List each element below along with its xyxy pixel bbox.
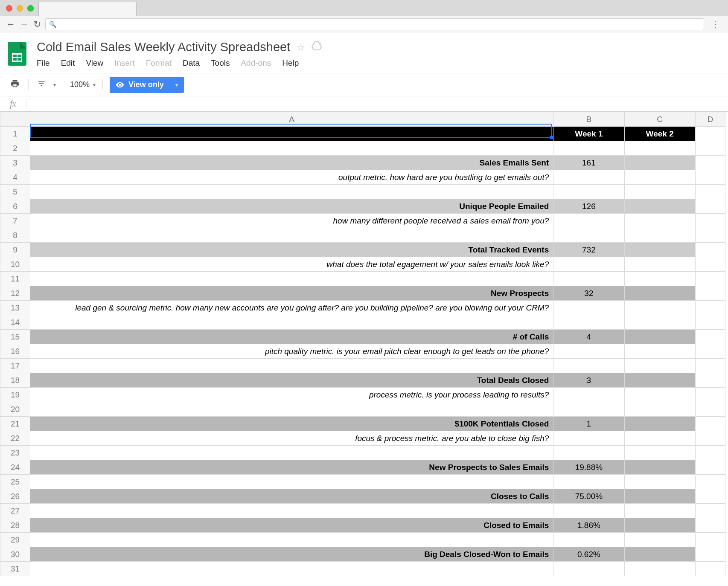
cell[interactable]: [695, 185, 725, 199]
cell[interactable]: [553, 402, 624, 417]
cell[interactable]: [695, 330, 725, 344]
cell[interactable]: [553, 446, 624, 460]
cell-b18[interactable]: 3: [553, 373, 624, 388]
cell[interactable]: [553, 272, 624, 286]
cell[interactable]: [30, 272, 553, 286]
cell[interactable]: [624, 373, 695, 388]
row-header[interactable]: 17: [0, 359, 30, 373]
browser-menu-icon[interactable]: ⋮: [708, 19, 722, 29]
star-icon[interactable]: ☆: [296, 41, 306, 53]
cell[interactable]: [695, 373, 725, 388]
cell-b3[interactable]: 161: [553, 156, 624, 170]
cell[interactable]: [695, 562, 725, 576]
cell[interactable]: [695, 402, 725, 417]
cell[interactable]: [624, 315, 695, 330]
menu-tools[interactable]: Tools: [211, 58, 230, 68]
cell[interactable]: [624, 344, 695, 359]
row-header[interactable]: 1: [0, 127, 30, 141]
cell[interactable]: [30, 315, 553, 330]
row-header[interactable]: 19: [0, 388, 30, 402]
cell-b1[interactable]: Week 1: [553, 127, 624, 141]
cell[interactable]: [624, 243, 695, 257]
cell[interactable]: [624, 214, 695, 228]
cell[interactable]: [695, 315, 725, 330]
cell[interactable]: [624, 533, 695, 547]
cell[interactable]: [695, 460, 725, 475]
cell[interactable]: [695, 141, 725, 156]
cell-a9[interactable]: Total Tracked Events: [30, 243, 553, 257]
cell[interactable]: [30, 446, 553, 460]
cell[interactable]: [624, 257, 695, 272]
cell[interactable]: [624, 518, 695, 533]
row-header[interactable]: 6: [0, 199, 30, 214]
row-header[interactable]: 27: [0, 504, 30, 518]
cell-b26[interactable]: 75.00%: [553, 489, 624, 504]
row-header[interactable]: 11: [0, 272, 30, 286]
cell-b30[interactable]: 0.62%: [553, 547, 624, 562]
row-header[interactable]: 23: [0, 446, 30, 460]
cell[interactable]: [553, 533, 624, 547]
close-window-icon[interactable]: [6, 5, 12, 12]
row-header[interactable]: 5: [0, 185, 30, 199]
row-header[interactable]: 26: [0, 489, 30, 504]
row-header[interactable]: 9: [0, 243, 30, 257]
cell[interactable]: [30, 185, 553, 199]
cell[interactable]: [695, 504, 725, 518]
cell[interactable]: [624, 504, 695, 518]
cell[interactable]: [695, 475, 725, 489]
maximize-window-icon[interactable]: [27, 5, 34, 12]
cell[interactable]: [624, 388, 695, 402]
row-header[interactable]: 10: [0, 257, 30, 272]
minimize-window-icon[interactable]: [17, 5, 23, 12]
cell[interactable]: [695, 214, 725, 228]
cell[interactable]: [624, 460, 695, 475]
cell-b12[interactable]: 32: [553, 286, 624, 301]
cell[interactable]: [30, 562, 553, 576]
cell[interactable]: [553, 257, 624, 272]
cell[interactable]: [624, 359, 695, 373]
cell[interactable]: [553, 228, 624, 243]
filter-icon[interactable]: [35, 78, 47, 92]
row-header[interactable]: 7: [0, 214, 30, 228]
cell-a3[interactable]: Sales Emails Sent: [30, 156, 553, 170]
cell[interactable]: [695, 417, 725, 431]
cell[interactable]: [553, 141, 624, 156]
cell[interactable]: [553, 315, 624, 330]
cell[interactable]: [695, 286, 725, 301]
url-bar[interactable]: 🔍: [45, 18, 704, 30]
row-header[interactable]: 22: [0, 431, 30, 446]
cell[interactable]: [695, 272, 725, 286]
cell-c1[interactable]: Week 2: [624, 127, 695, 141]
cell-a13[interactable]: lead gen & sourcing metric. how many new…: [30, 301, 553, 315]
cell[interactable]: [30, 228, 553, 243]
cell[interactable]: [553, 344, 624, 359]
col-header-b[interactable]: B: [553, 112, 624, 127]
zoom-control[interactable]: 100% ▾: [70, 80, 96, 89]
sheets-logo-icon[interactable]: [8, 42, 26, 66]
cell[interactable]: [624, 301, 695, 315]
row-header[interactable]: 12: [0, 286, 30, 301]
cell-a18[interactable]: Total Deals Closed: [30, 373, 553, 388]
filter-dropdown-icon[interactable]: ▾: [53, 82, 56, 88]
spreadsheet-grid[interactable]: A B C D 1 Week 1 Week 2 2 3 Sales Emails…: [0, 112, 728, 576]
cell[interactable]: [624, 475, 695, 489]
row-header[interactable]: 15: [0, 330, 30, 344]
cell[interactable]: [624, 417, 695, 431]
cell-a10[interactable]: what does the total egagement w/ your sa…: [30, 257, 553, 272]
row-header[interactable]: 13: [0, 301, 30, 315]
row-header[interactable]: 30: [0, 547, 30, 562]
cell-a4[interactable]: output metric. how hard are you hustling…: [30, 170, 553, 185]
row-header[interactable]: 4: [0, 170, 30, 185]
cell[interactable]: [553, 431, 624, 446]
cell-a6[interactable]: Unique People Emailed: [30, 199, 553, 214]
cell-a24[interactable]: New Prospects to Sales Emails: [30, 460, 553, 475]
cell[interactable]: [695, 228, 725, 243]
cell[interactable]: [695, 344, 725, 359]
cell[interactable]: [624, 170, 695, 185]
cell-a12[interactable]: New Prospects: [30, 286, 553, 301]
menu-view[interactable]: View: [86, 58, 103, 68]
cell-a26[interactable]: Closes to Calls: [30, 489, 553, 504]
cell-b28[interactable]: 1.86%: [553, 518, 624, 533]
row-header[interactable]: 14: [0, 315, 30, 330]
row-header[interactable]: 16: [0, 344, 30, 359]
